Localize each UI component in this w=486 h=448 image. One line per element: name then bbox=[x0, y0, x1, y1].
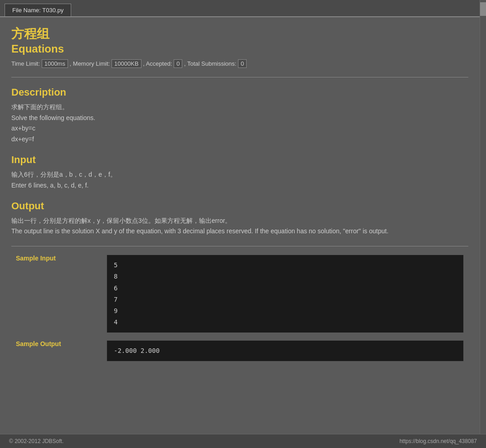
sample-output-cell: -2.000 2.000 bbox=[102, 337, 468, 365]
title-chinese: 方程组 bbox=[11, 26, 468, 42]
sample-input-val1: 5 bbox=[114, 260, 457, 271]
comma3: , bbox=[184, 60, 187, 67]
description-title: Description bbox=[11, 87, 468, 98]
scrollbar-thumb[interactable] bbox=[480, 2, 486, 16]
desc-line4: dx+ey=f bbox=[11, 134, 468, 145]
sample-input-val5: 9 bbox=[114, 305, 457, 317]
meta-line: Time Limit: 1000ms , Memory Limit: 10000… bbox=[11, 59, 468, 68]
output-body: 输出一行，分别是方程的解x，y，保留小数点3位。如果方程无解，输出error。 … bbox=[11, 216, 468, 237]
output-title: Output bbox=[11, 200, 468, 212]
input-line2: Enter 6 lines, a, b, c, d, e, f. bbox=[11, 180, 468, 191]
window: File Name: T030.py 方程组 Equations Time Li… bbox=[0, 0, 486, 448]
sample-table: Sample Input 5 8 6 7 9 4 Sample Output bbox=[11, 251, 468, 365]
sample-input-val2: 8 bbox=[114, 271, 457, 282]
desc-line3: ax+by=c bbox=[11, 123, 468, 134]
footer-url: https://blog.csdn.net/qq_438087 bbox=[399, 438, 477, 444]
output-line2: The output line is the solution X and y … bbox=[11, 226, 468, 237]
sample-input-cell: 5 8 6 7 9 4 bbox=[102, 251, 468, 337]
sample-input-val6: 4 bbox=[114, 317, 457, 328]
desc-line2: Solve the following equations. bbox=[11, 113, 468, 124]
time-limit-value: 1000ms bbox=[42, 59, 68, 68]
file-tab[interactable]: File Name: T030.py bbox=[5, 4, 71, 16]
sample-input-label: Sample Input bbox=[11, 251, 102, 337]
sample-input-val3: 6 bbox=[114, 283, 457, 294]
input-body: 输入6行，分别是a，b，c，d，e，f。 Enter 6 lines, a, b… bbox=[11, 169, 468, 191]
submissions-label: Total Submissions: bbox=[187, 60, 236, 67]
tab-label: File Name: T030.py bbox=[12, 7, 63, 14]
sample-output-box: -2.000 2.000 bbox=[107, 340, 464, 361]
sample-output-value: -2.000 2.000 bbox=[114, 345, 457, 356]
sample-output-row: Sample Output -2.000 2.000 bbox=[11, 337, 468, 365]
tab-bar: File Name: T030.py bbox=[0, 0, 480, 17]
sample-output-label: Sample Output bbox=[11, 337, 102, 365]
input-line1: 输入6行，分别是a，b，c，d，e，f。 bbox=[11, 169, 468, 180]
output-line1: 输出一行，分别是方程的解x，y，保留小数点3位。如果方程无解，输出error。 bbox=[11, 216, 468, 226]
description-body: 求解下面的方程组。 Solve the following equations.… bbox=[11, 102, 468, 145]
accepted-label: Accepted: bbox=[146, 60, 172, 67]
desc-line1: 求解下面的方程组。 bbox=[11, 102, 468, 113]
title-english: Equations bbox=[11, 42, 468, 56]
scrollbar[interactable] bbox=[480, 0, 486, 448]
accepted-value: 0 bbox=[174, 59, 182, 68]
sample-input-row: Sample Input 5 8 6 7 9 4 bbox=[11, 251, 468, 337]
footer: © 2002-2012 JDBSoft. https://blog.csdn.n… bbox=[0, 434, 486, 448]
submissions-value: 0 bbox=[238, 59, 247, 68]
comma1: , bbox=[70, 60, 73, 67]
content-area: 方程组 Equations Time Limit: 1000ms , Memor… bbox=[0, 17, 480, 374]
input-title: Input bbox=[11, 154, 468, 166]
divider1 bbox=[11, 77, 468, 77]
sample-input-box: 5 8 6 7 9 4 bbox=[107, 255, 464, 333]
memory-limit-label: Memory Limit: bbox=[73, 60, 110, 67]
memory-limit-value: 10000KB bbox=[112, 59, 141, 68]
divider2 bbox=[11, 246, 468, 246]
time-limit-label: Time Limit: bbox=[11, 60, 40, 67]
sample-input-val4: 7 bbox=[114, 294, 457, 305]
main-area: File Name: T030.py 方程组 Equations Time Li… bbox=[0, 0, 480, 374]
copyright: © 2002-2012 JDBSoft. bbox=[9, 438, 63, 444]
